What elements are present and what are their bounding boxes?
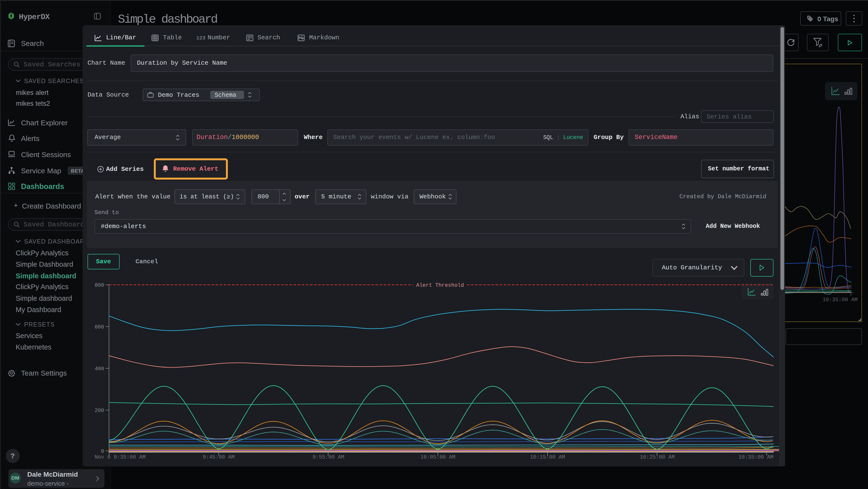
svg-text:0: 0 — [101, 449, 104, 455]
svg-text:200: 200 — [94, 408, 104, 414]
svg-text:Nov 6 9:35:00 AM: Nov 6 9:35:00 AM — [94, 454, 145, 460]
svg-text:9:45:00 AM: 9:45:00 AM — [203, 454, 235, 460]
svg-text:600: 600 — [94, 324, 104, 330]
svg-text:800: 800 — [94, 282, 104, 288]
svg-text:9:55:00 AM: 9:55:00 AM — [312, 454, 344, 460]
svg-text:10:05:00 AM: 10:05:00 AM — [420, 454, 455, 460]
svg-text:10:15:00 AM: 10:15:00 AM — [530, 454, 565, 460]
svg-text:10:35:00 AM: 10:35:00 AM — [738, 454, 773, 460]
svg-text:400: 400 — [94, 366, 104, 372]
svg-text:10:25:00 AM: 10:25:00 AM — [640, 454, 675, 460]
svg-text:Alert Threshold: Alert Threshold — [416, 282, 464, 288]
svg-text:10:35:00 AM: 10:35:00 AM — [823, 297, 858, 303]
